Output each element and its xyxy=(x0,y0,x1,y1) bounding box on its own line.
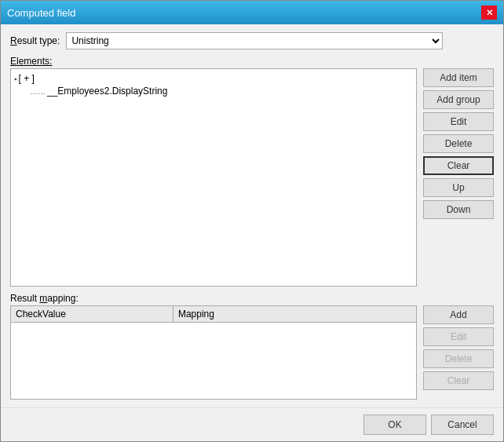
tree-root-label: [ + ] xyxy=(19,73,35,84)
mapping-buttons: Add Edit Delete Clear xyxy=(423,305,494,400)
elements-label: Elements: xyxy=(10,56,494,67)
elements-tree-panel[interactable]: ▪ [ + ] …… __Employees2.DisplayString xyxy=(10,68,417,287)
tree-root-item[interactable]: ▪ [ + ] xyxy=(14,72,413,85)
result-type-label: Result type: xyxy=(10,35,60,46)
delete-element-button[interactable]: Delete xyxy=(423,134,494,153)
mapping-label: Result mapping: xyxy=(10,293,494,304)
add-group-button[interactable]: Add group xyxy=(423,90,494,109)
ok-button[interactable]: OK xyxy=(363,415,426,435)
col-checkvalue: CheckValue xyxy=(11,306,173,323)
elements-section: Elements: ▪ [ + ] …… __Employees2.Displa… xyxy=(10,56,494,287)
down-button[interactable]: Down xyxy=(423,200,494,219)
tree-child: …… __Employees2.DisplayString xyxy=(30,85,413,97)
delete-mapping-button[interactable]: Delete xyxy=(423,349,494,368)
title-bar: Computed field ✕ xyxy=(1,1,503,24)
up-button[interactable]: Up xyxy=(423,178,494,197)
expand-icon: ▪ xyxy=(14,75,17,83)
col-mapping: Mapping xyxy=(173,306,416,323)
elements-inner: ▪ [ + ] …… __Employees2.DisplayString xyxy=(10,68,494,287)
clear-mapping-button[interactable]: Clear xyxy=(423,371,494,390)
edit-mapping-button[interactable]: Edit xyxy=(423,327,494,346)
mapping-table: CheckValue Mapping xyxy=(11,306,416,323)
elements-buttons: Add item Add group Edit Delete Clear Up … xyxy=(423,68,494,287)
leaf-icon: …… xyxy=(30,87,46,96)
edit-element-button[interactable]: Edit xyxy=(423,112,494,131)
tree-child-label: __Employees2.DisplayString xyxy=(47,86,167,97)
tree-root: ▪ [ + ] …… __Employees2.DisplayString xyxy=(14,72,413,97)
close-button[interactable]: ✕ xyxy=(481,5,497,20)
clear-element-button[interactable]: Clear xyxy=(423,156,494,175)
result-type-select[interactable]: Unistring Integer Float Boolean Date xyxy=(66,32,443,49)
dialog-footer: OK Cancel xyxy=(1,407,503,441)
mapping-table-panel[interactable]: CheckValue Mapping xyxy=(10,305,417,400)
dialog-body: Result type: Unistring Integer Float Boo… xyxy=(1,24,503,407)
dialog-title: Computed field xyxy=(7,7,75,19)
add-mapping-button[interactable]: Add xyxy=(423,305,494,324)
cancel-button[interactable]: Cancel xyxy=(431,415,494,435)
mapping-inner: CheckValue Mapping Add Edit Delete Clear xyxy=(10,305,494,400)
result-type-row: Result type: Unistring Integer Float Boo… xyxy=(10,32,494,49)
computed-field-dialog: Computed field ✕ Result type: Unistring … xyxy=(0,0,504,442)
tree-child-item[interactable]: …… __Employees2.DisplayString xyxy=(30,85,413,97)
add-item-button[interactable]: Add item xyxy=(423,68,494,87)
mapping-section: Result mapping: CheckValue Mapping xyxy=(10,293,494,400)
